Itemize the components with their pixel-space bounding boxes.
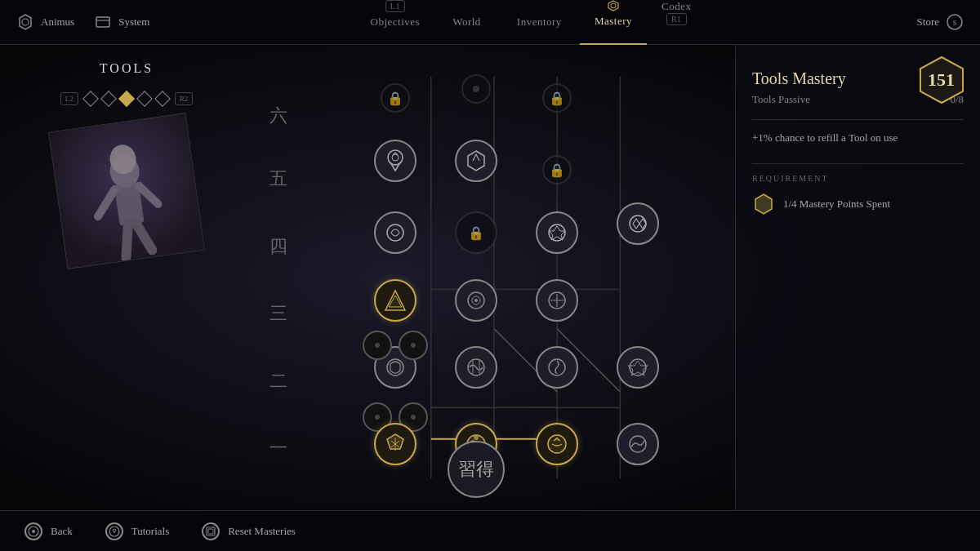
node-4-2[interactable]: 🔒 xyxy=(455,211,497,254)
system-label: System xyxy=(118,16,149,29)
diamond-4[interactable] xyxy=(136,91,153,107)
divider-2 xyxy=(752,163,964,164)
lock-icon-6-3: 🔒 xyxy=(549,91,565,106)
row-label-1: 一 xyxy=(270,436,287,460)
lock-icon-6-1: 🔒 xyxy=(387,91,403,106)
tree-container: 六 五 四 三 二 一 🔒 🔒 xyxy=(270,53,719,502)
node-2-2[interactable] xyxy=(455,346,497,389)
tutorials-button[interactable]: Tutorials xyxy=(105,522,169,540)
back-icon xyxy=(24,522,42,540)
tab-world[interactable]: World xyxy=(434,0,499,45)
tab-world-label: World xyxy=(452,16,481,29)
diamond-1[interactable] xyxy=(82,91,99,107)
row-label-6: 六 xyxy=(270,104,287,128)
tab-codex-label: Codex xyxy=(662,0,691,13)
bottom-bar: Back Tutorials Reset Masteries xyxy=(0,510,980,551)
svg-point-31 xyxy=(387,224,403,241)
row-label-5: 五 xyxy=(270,167,287,191)
svg-point-39 xyxy=(474,299,478,302)
tab-mastery-label: Mastery xyxy=(595,15,632,28)
svg-rect-58 xyxy=(208,529,213,534)
tab-inventory[interactable]: Inventory xyxy=(499,0,580,45)
system-nav-item[interactable]: System xyxy=(94,13,149,31)
svg-line-13 xyxy=(122,224,132,258)
node-6-1[interactable]: 🔒 xyxy=(381,83,410,113)
requirement-text: 1/4 Mastery Points Spent xyxy=(783,198,890,211)
node-5-3[interactable]: 🔒 xyxy=(542,155,572,184)
node-6-2[interactable] xyxy=(461,74,491,104)
learn-kanji: 習得 xyxy=(458,457,494,482)
node-2-small-1 xyxy=(363,331,392,360)
nav-left-section: Animus System xyxy=(0,13,180,31)
svg-marker-4 xyxy=(608,1,618,11)
learn-button[interactable]: 習得 xyxy=(448,441,505,498)
store-button[interactable]: Store $ xyxy=(917,13,964,31)
node-2-4[interactable] xyxy=(617,346,659,389)
reset-label: Reset Masteries xyxy=(228,525,296,538)
lock-icon-5-3: 🔒 xyxy=(549,162,565,178)
back-label: Back xyxy=(51,525,73,538)
animus-label: Animus xyxy=(41,16,74,29)
requirement-item: 1/4 Mastery Points Spent xyxy=(752,193,964,216)
back-button[interactable]: Back xyxy=(24,522,73,540)
svg-point-34 xyxy=(630,216,646,232)
node-2-small-2 xyxy=(399,331,428,360)
mastery-points-badge: 151 xyxy=(915,53,968,106)
tab-objectives[interactable]: L1 Objectives xyxy=(356,0,435,45)
svg-point-1 xyxy=(22,19,29,25)
tab-mastery[interactable]: Mastery xyxy=(580,0,647,45)
node-1-1[interactable] xyxy=(374,423,416,465)
svg-rect-2 xyxy=(96,17,109,27)
svg-point-56 xyxy=(109,527,119,536)
nav-right-section: Store $ xyxy=(882,13,980,31)
node-6-3[interactable]: 🔒 xyxy=(542,83,572,113)
reset-button[interactable]: Reset Masteries xyxy=(202,522,296,540)
svg-marker-53 xyxy=(755,194,772,214)
node-1-3[interactable] xyxy=(536,423,578,465)
lock-icon-4-2: 🔒 xyxy=(468,225,484,241)
animus-nav-item[interactable]: Animus xyxy=(16,13,74,31)
nav-right-hint: R2 xyxy=(175,92,194,105)
node-5-1[interactable] xyxy=(374,140,416,182)
diamond-3-active[interactable] xyxy=(118,91,135,107)
portrait-background xyxy=(48,113,205,269)
character-portrait xyxy=(57,122,196,260)
node-2-3[interactable] xyxy=(536,346,578,389)
node-3-2[interactable] xyxy=(455,279,497,322)
node-3-3[interactable] xyxy=(536,279,578,322)
requirement-label: REQUIREMENT xyxy=(752,174,964,183)
mastery-nav-diamonds: L2 R2 xyxy=(60,92,194,105)
divider-1 xyxy=(752,119,964,120)
tab-inventory-label: Inventory xyxy=(517,16,562,29)
node-4-4[interactable] xyxy=(617,202,659,245)
objectives-badge: L1 xyxy=(385,0,405,12)
skill-description: +1% chance to refill a Tool on use xyxy=(752,130,964,147)
diamond-2[interactable] xyxy=(100,91,117,107)
tab-codex[interactable]: Codex R1 xyxy=(647,0,706,45)
row-label-2: 二 xyxy=(270,369,287,393)
hexagon-container: 151 xyxy=(917,56,966,104)
left-panel: TOOLS L2 R2 xyxy=(0,45,253,510)
row-label-4: 四 xyxy=(270,234,287,259)
svg-marker-36 xyxy=(389,295,402,307)
tutorials-label: Tutorials xyxy=(131,525,169,538)
nav-tabs: L1 Objectives World Inventory Mastery Co… xyxy=(180,0,882,45)
svg-point-5 xyxy=(611,3,616,8)
svg-marker-0 xyxy=(20,15,31,29)
svg-text:$: $ xyxy=(953,19,957,27)
diamond-5[interactable] xyxy=(154,91,171,107)
node-1-4[interactable] xyxy=(617,423,659,465)
nav-left-hint: L2 xyxy=(60,92,78,105)
store-label: Store xyxy=(917,16,939,29)
row-label-3: 三 xyxy=(270,301,287,326)
points-value: 151 xyxy=(917,56,966,104)
right-panel: 151 Tools Mastery Tools Passive 0/8 +1% … xyxy=(735,45,980,510)
svg-point-32 xyxy=(549,224,565,241)
node-3-1[interactable] xyxy=(374,279,416,322)
node-4-1[interactable] xyxy=(374,211,416,254)
node-5-2[interactable] xyxy=(455,140,497,182)
tutorials-icon xyxy=(105,522,123,540)
node-4-3[interactable] xyxy=(536,211,578,254)
svg-point-49 xyxy=(474,435,479,440)
reset-icon xyxy=(202,522,220,540)
